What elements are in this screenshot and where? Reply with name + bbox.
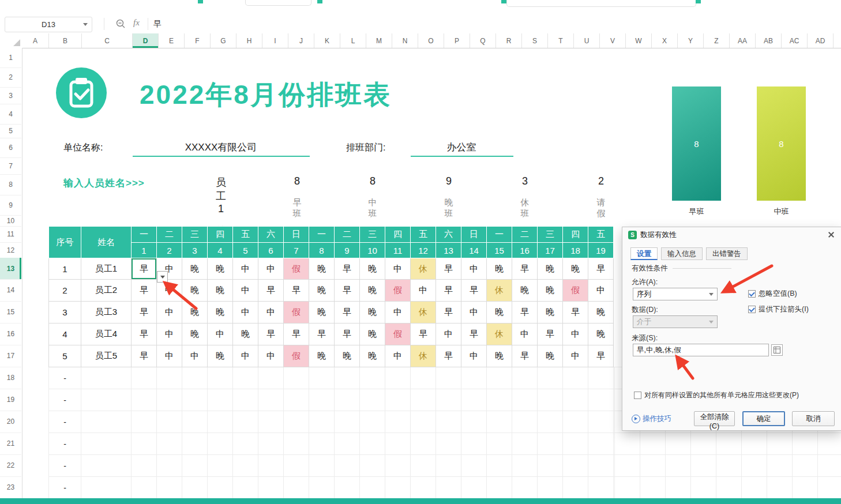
checkbox-checked-icon[interactable]: [748, 290, 756, 298]
shift-cell[interactable]: 晚: [208, 258, 233, 280]
shift-cell[interactable]: [461, 477, 487, 499]
shift-cell[interactable]: 晚: [538, 258, 563, 280]
row-header-12[interactable]: 12: [0, 242, 21, 258]
row-header-23[interactable]: 23: [0, 476, 21, 499]
shift-cell[interactable]: 晚: [487, 258, 512, 280]
index-cell[interactable]: 5: [49, 345, 81, 367]
weekday-header[interactable]: 日: [461, 227, 487, 243]
shift-cell[interactable]: 晚: [538, 302, 563, 324]
shift-cell[interactable]: 晚: [588, 324, 614, 345]
source-input[interactable]: 早,中,晚,休,假: [633, 344, 769, 356]
column-header-AB[interactable]: AB: [756, 33, 782, 48]
checkbox-checked-icon[interactable]: [748, 306, 756, 313]
shift-cell[interactable]: [132, 433, 157, 455]
apply-all-checkbox[interactable]: 对所有同样设置的其他所有单元格应用这些更改(P): [634, 390, 799, 400]
shift-cell[interactable]: 早: [512, 302, 538, 324]
row-header-5[interactable]: 5: [0, 124, 21, 138]
name-cell[interactable]: 员工2: [81, 280, 132, 302]
column-header-H[interactable]: H: [236, 33, 262, 48]
shift-cell[interactable]: [538, 367, 563, 389]
shift-cell[interactable]: [385, 455, 411, 477]
shift-cell[interactable]: [360, 455, 385, 477]
date-header[interactable]: 18: [563, 243, 588, 258]
row-header-2[interactable]: 2: [0, 67, 21, 88]
shift-cell[interactable]: [385, 411, 411, 433]
name-header[interactable]: 姓名: [81, 227, 132, 258]
shift-cell[interactable]: [436, 389, 461, 411]
name-cell[interactable]: [81, 389, 132, 411]
shift-cell[interactable]: [258, 455, 284, 477]
column-header-AD[interactable]: AD: [808, 33, 834, 48]
name-box[interactable]: D13: [5, 17, 92, 32]
shift-cell[interactable]: [538, 411, 563, 433]
shift-cell[interactable]: 中: [258, 258, 284, 280]
shift-cell[interactable]: [309, 433, 335, 455]
chevron-down-icon[interactable]: [83, 23, 88, 26]
fx-icon[interactable]: fx: [133, 18, 140, 28]
shift-cell[interactable]: [563, 411, 588, 433]
row-header-9[interactable]: 9: [0, 195, 21, 216]
shift-cell[interactable]: [538, 433, 563, 455]
shift-cell[interactable]: 早: [335, 280, 360, 302]
weekday-header[interactable]: 五: [588, 227, 614, 243]
date-header[interactable]: 19: [588, 243, 614, 258]
tips-link[interactable]: 操作技巧: [632, 414, 671, 424]
shift-cell[interactable]: 中: [157, 345, 182, 367]
shift-cell[interactable]: [588, 433, 614, 455]
shift-cell[interactable]: [588, 367, 614, 389]
shift-cell[interactable]: [360, 367, 385, 389]
shift-cell[interactable]: [461, 389, 487, 411]
shift-cell[interactable]: [208, 411, 233, 433]
dialog-tab-出错警告[interactable]: 出错警告: [706, 247, 748, 260]
shift-cell[interactable]: [284, 367, 309, 389]
shift-cell[interactable]: 中: [436, 324, 461, 345]
zoom-icon[interactable]: [115, 18, 126, 29]
shift-cell[interactable]: [208, 477, 233, 499]
shift-cell[interactable]: [233, 367, 258, 389]
date-header[interactable]: 12: [411, 243, 436, 258]
shift-cell[interactable]: 早: [335, 324, 360, 345]
date-header[interactable]: 8: [309, 243, 335, 258]
shift-cell[interactable]: 晚: [182, 258, 208, 280]
shift-cell[interactable]: 晚: [182, 280, 208, 302]
shift-cell[interactable]: 假: [385, 324, 411, 345]
weekday-header[interactable]: 一: [309, 227, 335, 243]
date-header[interactable]: 9: [335, 243, 360, 258]
shift-cell[interactable]: [335, 477, 360, 499]
shift-cell[interactable]: 中: [385, 302, 411, 324]
shift-cell[interactable]: [208, 455, 233, 477]
shift-cell[interactable]: [233, 389, 258, 411]
shift-cell[interactable]: [335, 367, 360, 389]
index-cell[interactable]: 1: [49, 258, 81, 280]
date-header[interactable]: 1: [132, 243, 157, 258]
shift-cell[interactable]: [436, 477, 461, 499]
shift-cell[interactable]: [309, 455, 335, 477]
shift-cell[interactable]: [563, 367, 588, 389]
shift-cell[interactable]: 休: [411, 345, 436, 367]
formula-input[interactable]: 早: [153, 19, 162, 29]
shift-cell[interactable]: [157, 455, 182, 477]
column-header-C[interactable]: C: [82, 33, 133, 48]
name-cell[interactable]: [81, 367, 132, 389]
weekday-header[interactable]: 日: [284, 227, 309, 243]
column-header-Z[interactable]: Z: [704, 33, 730, 48]
row-header-8[interactable]: 8: [0, 174, 21, 195]
shift-cell[interactable]: 晚: [182, 302, 208, 324]
shift-cell[interactable]: [284, 433, 309, 455]
shift-cell[interactable]: [512, 433, 538, 455]
column-header-J[interactable]: J: [288, 33, 314, 48]
shift-cell[interactable]: 早: [436, 280, 461, 302]
shift-cell[interactable]: 晚: [538, 280, 563, 302]
shift-cell[interactable]: [284, 411, 309, 433]
index-cell[interactable]: -: [49, 389, 81, 411]
shift-cell[interactable]: [512, 455, 538, 477]
column-header-AA[interactable]: AA: [730, 33, 756, 48]
shift-cell[interactable]: [512, 477, 538, 499]
shift-cell[interactable]: [563, 455, 588, 477]
name-cell[interactable]: 员工4: [81, 324, 132, 345]
date-header[interactable]: 3: [182, 243, 208, 258]
shift-cell[interactable]: 晚: [512, 280, 538, 302]
range-picker-button[interactable]: [771, 344, 783, 356]
shift-cell[interactable]: [182, 433, 208, 455]
shift-cell[interactable]: 中: [258, 345, 284, 367]
